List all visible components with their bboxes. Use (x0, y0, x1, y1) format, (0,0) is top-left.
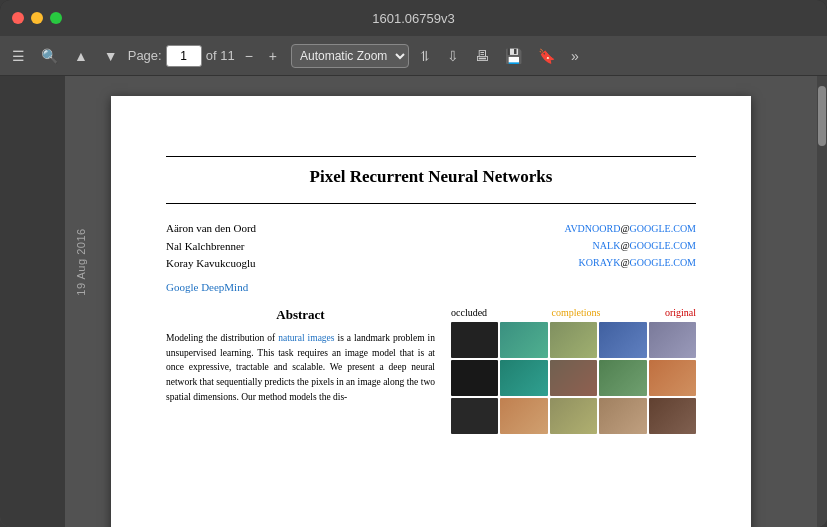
img-r1c5 (649, 322, 696, 358)
author-names: Aäron van den Oord Nal Kalchbrenner Kora… (166, 220, 256, 273)
bookmark-icon: 🔖 (538, 48, 555, 64)
download-button[interactable]: ⇩ (441, 44, 465, 68)
img-r3c3 (550, 398, 597, 434)
paper-title: Pixel Recurrent Neural Networks (166, 167, 696, 187)
search-icon: 🔍 (41, 48, 58, 64)
pdf-area[interactable]: 19 Aug 2016 Pixel Recurrent Neural Netwo… (65, 76, 817, 527)
zoom-out-icon: − (245, 48, 253, 64)
bookmark-button[interactable]: 🔖 (532, 44, 561, 68)
caption-original: original (665, 307, 696, 318)
toolbar: ☰ 🔍 ▲ ▼ Page: of 11 − + Automatic Zoom 5… (0, 36, 827, 76)
email-3: KORAYK@GOOGLE.COM (564, 254, 696, 271)
img-r1c1 (451, 322, 498, 358)
zoom-in-button[interactable]: + (263, 44, 283, 68)
author-emails: AVDNOORD@GOOGLE.COM NALK@GOOGLE.COM KORA… (564, 220, 696, 273)
img-r2c4 (599, 360, 646, 396)
authors-block: Aäron van den Oord Nal Kalchbrenner Kora… (166, 220, 696, 273)
sidebar-strip (0, 76, 65, 527)
maximize-button[interactable] (50, 12, 62, 24)
abstract-title: Abstract (166, 307, 435, 323)
download-icon: ⇩ (447, 48, 459, 64)
more-icon: » (571, 48, 579, 64)
top-rule (166, 156, 696, 157)
caption-completions: completions (552, 307, 601, 318)
print-button[interactable]: 🖶 (469, 44, 495, 68)
page-control: Page: of 11 (128, 45, 235, 67)
author-1: Aäron van den Oord (166, 220, 256, 238)
window-title: 1601.06759v3 (372, 11, 454, 26)
more-button[interactable]: » (565, 44, 585, 68)
two-column-layout: Abstract Modeling the distribution of na… (166, 307, 696, 434)
fit-page-button[interactable]: ⥮ (413, 44, 437, 68)
sidebar-toggle-icon: ☰ (12, 48, 25, 64)
abstract-column: Abstract Modeling the distribution of na… (166, 307, 435, 434)
author-2: Nal Kalchbrenner (166, 238, 256, 256)
img-r3c1 (451, 398, 498, 434)
print-icon: 🖶 (475, 48, 489, 64)
close-button[interactable] (12, 12, 24, 24)
email-1: AVDNOORD@GOOGLE.COM (564, 220, 696, 237)
next-page-button[interactable]: ▼ (98, 44, 124, 68)
bottom-rule (166, 203, 696, 204)
save-button[interactable]: 💾 (499, 44, 528, 68)
traffic-lights (12, 12, 62, 24)
img-r2c2 (500, 360, 547, 396)
img-r2c1 (451, 360, 498, 396)
fit-page-icon: ⥮ (419, 48, 431, 64)
page-total: of 11 (206, 48, 235, 63)
scrollbar-thumb[interactable] (818, 86, 826, 146)
image-grid-row1 (451, 322, 696, 358)
prev-icon: ▲ (74, 48, 88, 64)
zoom-out-button[interactable]: − (239, 44, 259, 68)
img-r3c4 (599, 398, 646, 434)
img-r1c3 (550, 322, 597, 358)
highlight-text: natural images (278, 333, 334, 343)
minimize-button[interactable] (31, 12, 43, 24)
caption-occluded: occluded (451, 307, 487, 318)
img-r2c5 (649, 360, 696, 396)
page-label: Page: (128, 48, 162, 63)
app-window: 1601.06759v3 ☰ 🔍 ▲ ▼ Page: of 11 − + Aut… (0, 0, 827, 527)
title-bar: 1601.06759v3 (0, 0, 827, 36)
figure-column: occluded completions original (451, 307, 696, 434)
abstract-text: Modeling the distribution of natural ima… (166, 331, 435, 405)
save-icon: 💾 (505, 48, 522, 64)
search-button[interactable]: 🔍 (35, 44, 64, 68)
author-3: Koray Kavukcuoglu (166, 255, 256, 273)
page-input[interactable] (166, 45, 202, 67)
next-icon: ▼ (104, 48, 118, 64)
image-grid-row2 (451, 360, 696, 396)
figure-caption: occluded completions original (451, 307, 696, 318)
zoom-in-icon: + (269, 48, 277, 64)
affiliation: Google DeepMind (166, 281, 696, 293)
img-r2c3 (550, 360, 597, 396)
email-2: NALK@GOOGLE.COM (564, 237, 696, 254)
watermark: 19 Aug 2016 (75, 228, 87, 295)
pdf-page: Pixel Recurrent Neural Networks Aäron va… (111, 96, 751, 527)
prev-page-button[interactable]: ▲ (68, 44, 94, 68)
img-r3c2 (500, 398, 547, 434)
sidebar-toggle-button[interactable]: ☰ (6, 44, 31, 68)
scrollbar[interactable] (817, 76, 827, 527)
img-r3c5 (649, 398, 696, 434)
img-r1c2 (500, 322, 547, 358)
zoom-select[interactable]: Automatic Zoom 50% 75% 100% 125% (291, 44, 409, 68)
content-area: 19 Aug 2016 Pixel Recurrent Neural Netwo… (0, 76, 827, 527)
img-r1c4 (599, 322, 646, 358)
image-grid-row3 (451, 398, 696, 434)
